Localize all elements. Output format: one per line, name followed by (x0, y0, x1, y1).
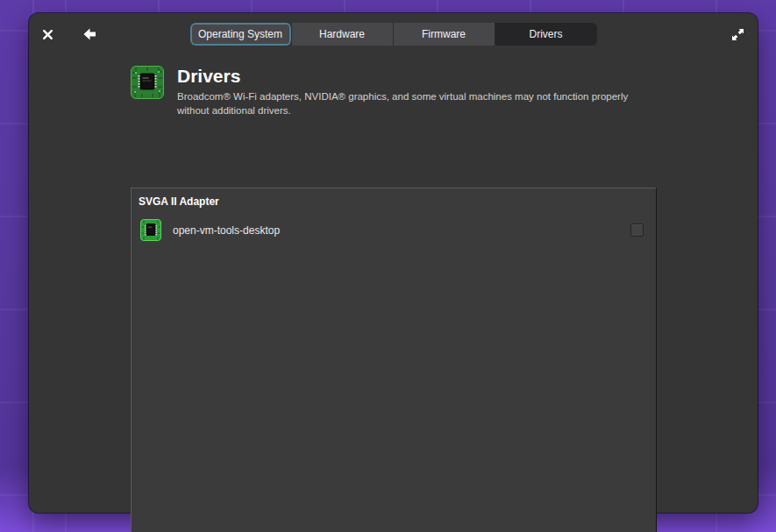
page-description: Broadcom® Wi-Fi adapters, NVIDIA® graphi… (177, 90, 661, 117)
close-icon (41, 28, 54, 41)
expand-window-button[interactable] (724, 21, 751, 47)
installer-window: Operating System Hardware Firmware Drive… (29, 13, 758, 513)
driver-name-label: open-vm-tools-desktop (173, 224, 280, 237)
page-header: Drivers Broadcom® Wi-Fi adapters, NVIDIA… (131, 66, 696, 117)
tab-firmware[interactable]: Firmware (394, 23, 495, 46)
tab-operating-system[interactable]: Operating System (190, 23, 292, 46)
driver-row-open-vm-tools-desktop[interactable]: open-vm-tools-desktop (140, 219, 647, 241)
page-tab-switcher: Operating System Hardware Firmware Drive… (190, 23, 597, 46)
drivers-page: Drivers Broadcom® Wi-Fi adapters, NVIDIA… (29, 66, 758, 117)
chip-icon (140, 219, 161, 241)
page-header-text: Drivers Broadcom® Wi-Fi adapters, NVIDIA… (177, 66, 661, 117)
tab-hardware[interactable]: Hardware (292, 23, 394, 46)
adapter-panel-title: SVGA II Adapter (139, 195, 656, 208)
back-arrow-icon (82, 26, 97, 42)
desktop-wallpaper: { "header": { "tabs": [ {"label": "Opera… (0, 0, 776, 532)
back-button[interactable] (76, 21, 103, 47)
header-bar: Operating System Hardware Firmware Drive… (29, 13, 758, 55)
adapter-panel: SVGA II Adapter (131, 188, 657, 532)
page-title: Drivers (177, 66, 661, 87)
checkbox-unchecked[interactable] (630, 223, 644, 237)
expand-diagonal-icon (731, 28, 744, 41)
chip-icon (131, 66, 164, 99)
close-button[interactable] (34, 21, 61, 47)
tab-drivers[interactable]: Drivers (495, 23, 597, 46)
